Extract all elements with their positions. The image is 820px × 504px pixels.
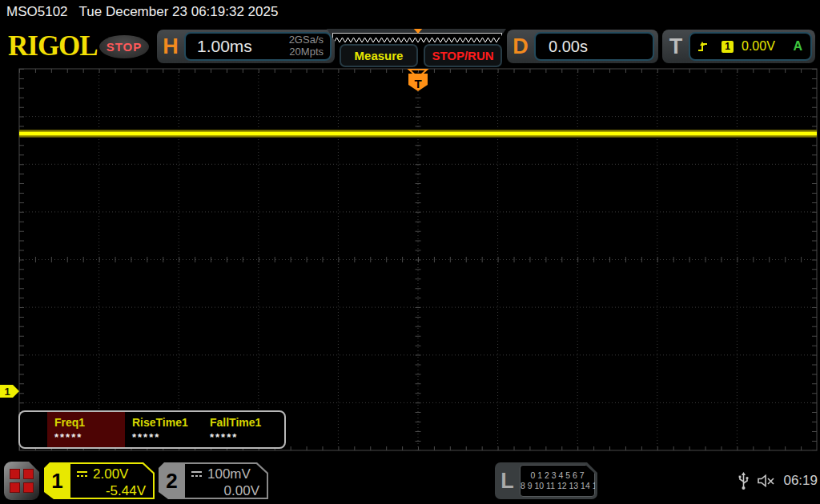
waveform-preview-strip[interactable]: [327, 29, 506, 43]
logic-row-0-7: 0 1 2 3 4 5 6 7: [521, 470, 594, 481]
channel1-offset-marker[interactable]: 1: [0, 385, 19, 398]
measurement-falltime1[interactable]: FallTime1 *****: [203, 412, 280, 447]
measurement-results-box[interactable]: Freq1 ***** RiseTime1 ***** FallTime1 **…: [18, 410, 286, 449]
sample-rate-memory: 2GSa/s 20Mpts: [289, 34, 330, 58]
measurement-name: FallTime1: [210, 416, 280, 429]
preview-window: [332, 33, 502, 44]
dc-coupling-icon: [76, 470, 88, 478]
trigger-marker-label: T: [414, 77, 421, 90]
trigger-position-icon[interactable]: [412, 27, 424, 34]
channel1-badge[interactable]: 1 2.00V -5.44V: [44, 462, 155, 499]
rigol-logo: RIGOL: [8, 30, 98, 62]
channel1-offset: -5.44V: [70, 483, 153, 499]
horizontal-block[interactable]: H 1.00ms 2GSa/s 20Mpts: [157, 30, 335, 63]
stop-run-button[interactable]: STOP/RUN: [424, 44, 502, 67]
measurement-value: *****: [54, 431, 125, 443]
channel1-scale: 2.00V: [93, 466, 128, 482]
menu-grid-squares: [10, 469, 34, 493]
oscilloscope-screen: MSO5102Tue December 23 06:19:32 2025 RIG…: [0, 0, 820, 504]
trigger-source-badge: 1: [722, 41, 734, 53]
channel1-number[interactable]: 1: [44, 462, 70, 499]
channel2-badge[interactable]: 2 100mV 0.00V: [159, 462, 268, 499]
channel1-panel: 2.00V -5.44V: [70, 464, 153, 498]
horizontal-panel[interactable]: 1.00ms 2GSa/s 20Mpts: [184, 32, 332, 61]
rising-edge-icon: [697, 40, 710, 53]
graticule[interactable]: T 1: [0, 67, 820, 453]
channel2-number[interactable]: 2: [159, 462, 185, 499]
ch1-trace[interactable]: [19, 130, 817, 138]
clock-time: 06:19: [783, 473, 818, 489]
measurement-name: Freq1: [54, 416, 125, 429]
trigger-block[interactable]: T 1 0.00V A: [662, 30, 815, 63]
sample-rate: 2GSa/s: [289, 34, 324, 46]
trigger-level-value: 0.00V: [742, 39, 793, 54]
delay-label: D: [507, 30, 534, 63]
status-bar: MSO5102Tue December 23 06:19:32 2025: [6, 0, 278, 24]
model-name: MSO5102: [6, 4, 68, 19]
measurement-name: RiseTime1: [132, 416, 203, 429]
measurement-value: *****: [132, 431, 203, 443]
speaker-muted-icon[interactable]: [757, 474, 776, 488]
channel1-marker-label: 1: [4, 386, 10, 398]
delay-block[interactable]: D 0.00s: [507, 30, 658, 63]
run-state-indicator[interactable]: STOP: [99, 35, 149, 58]
measurement-value: *****: [210, 431, 280, 443]
usb-icon[interactable]: [738, 472, 750, 490]
dc-coupling-icon: [191, 470, 203, 478]
menu-grid-icon[interactable]: [4, 462, 39, 500]
logic-row-8-15: 8 9 10 11 12 13 14 15: [521, 481, 594, 491]
timebase-value: 1.00ms: [186, 37, 289, 56]
logic-channels-panel: 0 1 2 3 4 5 6 7 8 9 10 11 12 13 14 15: [520, 465, 595, 497]
logic-label: L: [495, 462, 520, 499]
measure-button[interactable]: Measure: [340, 44, 418, 67]
memory-depth: 20Mpts: [289, 46, 324, 58]
datetime: Tue December 23 06:19:32 2025: [79, 4, 279, 19]
trigger-mode-auto: A: [793, 39, 804, 54]
trigger-panel[interactable]: 1 0.00V A: [689, 32, 812, 61]
channel2-panel: 100mV 0.00V: [185, 464, 267, 498]
horizontal-label: H: [157, 30, 184, 63]
trigger-label: T: [662, 30, 689, 63]
delay-value: 0.00s: [536, 38, 588, 56]
system-tray: 06:19: [738, 462, 818, 499]
channel2-scale: 100mV: [207, 466, 251, 482]
logic-channels-badge[interactable]: L 0 1 2 3 4 5 6 7 8 9 10 11 12 13 14 15: [495, 462, 597, 499]
delay-panel[interactable]: 0.00s: [534, 32, 654, 61]
channel2-offset: 0.00V: [185, 483, 267, 499]
trigger-marker[interactable]: T: [408, 70, 428, 91]
measurement-risetime1[interactable]: RiseTime1 *****: [125, 412, 203, 447]
measurement-freq1[interactable]: Freq1 *****: [47, 412, 125, 447]
